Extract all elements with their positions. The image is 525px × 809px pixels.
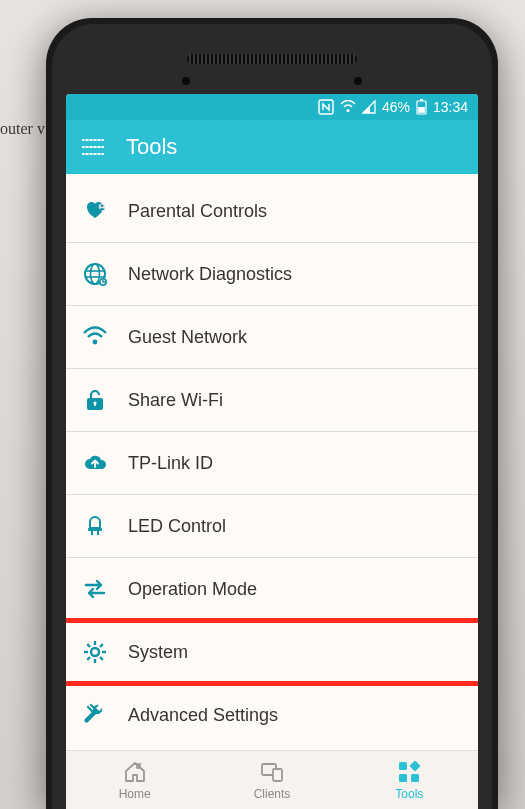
lock-icon: [80, 385, 110, 415]
row-advanced-settings[interactable]: Advanced Settings: [66, 684, 478, 746]
svg-line-27: [87, 644, 90, 647]
phone-inner: 46% 13:34 Tools Parental Controls: [52, 24, 492, 809]
svg-rect-19: [88, 528, 102, 531]
svg-rect-36: [399, 774, 407, 782]
svg-line-30: [87, 657, 90, 660]
svg-rect-37: [411, 774, 419, 782]
battery-icon: [416, 99, 427, 115]
app-bar: Tools: [66, 120, 478, 174]
background-text: outer v: [0, 120, 45, 138]
svg-rect-35: [410, 760, 421, 771]
highlight-bar: [66, 681, 478, 686]
status-bar: 46% 13:34: [66, 94, 478, 120]
svg-rect-4: [418, 107, 425, 113]
svg-point-8: [91, 264, 100, 284]
guest-wifi-icon: [80, 322, 110, 352]
svg-point-15: [93, 340, 98, 345]
home-icon: [122, 759, 148, 785]
row-label: Advanced Settings: [128, 705, 278, 726]
row-label: Network Diagnostics: [128, 264, 292, 285]
wrench-icon: [80, 700, 110, 730]
row-label: Operation Mode: [128, 579, 257, 600]
parental-icon: [80, 196, 110, 226]
svg-point-22: [91, 648, 99, 656]
tab-label: Home: [119, 787, 151, 801]
menu-icon[interactable]: [82, 139, 104, 155]
row-operation-mode[interactable]: Operation Mode: [66, 558, 478, 621]
row-label: Guest Network: [128, 327, 247, 348]
tools-list: Parental Controls Network Diagnostics Gu…: [66, 174, 478, 746]
bottom-nav: Home Clients Tools: [66, 750, 478, 809]
tab-clients[interactable]: Clients: [203, 751, 340, 809]
tools-icon: [396, 759, 422, 785]
phone-frame: 46% 13:34 Tools Parental Controls: [46, 18, 498, 809]
row-parental-controls[interactable]: Parental Controls: [66, 180, 478, 243]
screen: 46% 13:34 Tools Parental Controls: [66, 94, 478, 809]
row-label: Parental Controls: [128, 201, 267, 222]
devices-icon: [259, 759, 285, 785]
svg-rect-34: [399, 762, 407, 770]
row-network-diagnostics[interactable]: Network Diagnostics: [66, 243, 478, 306]
globe-icon: [80, 259, 110, 289]
tab-home[interactable]: Home: [66, 751, 203, 809]
gear-icon: [80, 637, 110, 667]
row-guest-network[interactable]: Guest Network: [66, 306, 478, 369]
page-title: Tools: [126, 134, 177, 160]
row-led-control[interactable]: LED Control: [66, 495, 478, 558]
tab-label: Clients: [254, 787, 291, 801]
svg-rect-3: [420, 99, 423, 101]
row-label: LED Control: [128, 516, 226, 537]
row-share-wifi[interactable]: Share Wi-Fi: [66, 369, 478, 432]
svg-rect-18: [94, 403, 96, 406]
tab-tools[interactable]: Tools: [341, 751, 478, 809]
svg-line-29: [100, 644, 103, 647]
row-label: System: [128, 642, 188, 663]
row-label: TP-Link ID: [128, 453, 213, 474]
nfc-icon: [318, 99, 334, 115]
tab-label: Tools: [395, 787, 423, 801]
svg-rect-33: [273, 769, 282, 781]
phone-sensor: [354, 77, 362, 85]
clock-text: 13:34: [433, 99, 468, 115]
wifi-icon: [340, 100, 356, 114]
row-system[interactable]: System: [66, 621, 478, 684]
phone-sensor: [182, 77, 190, 85]
led-icon: [80, 511, 110, 541]
battery-text: 46%: [382, 99, 410, 115]
svg-point-6: [101, 205, 104, 208]
row-label: Share Wi-Fi: [128, 390, 223, 411]
signal-icon: [362, 100, 376, 114]
row-tplink-id[interactable]: TP-Link ID: [66, 432, 478, 495]
svg-line-28: [100, 657, 103, 660]
highlight-bar: [66, 618, 478, 623]
cloud-up-icon: [80, 448, 110, 478]
arrows-icon: [80, 574, 110, 604]
phone-speaker: [187, 54, 357, 64]
svg-point-1: [346, 109, 349, 112]
